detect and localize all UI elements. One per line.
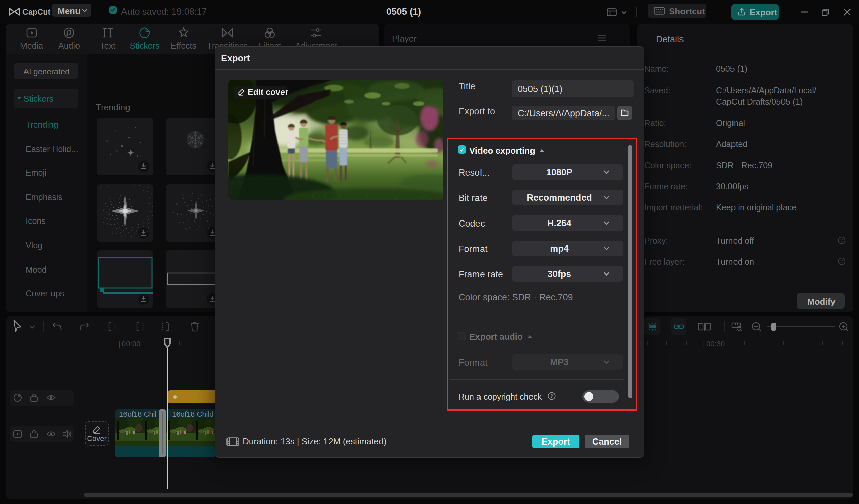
svg-text:?: ? [840,238,843,243]
svg-text:?: ? [550,393,553,399]
svg-text:?: ? [840,259,843,264]
